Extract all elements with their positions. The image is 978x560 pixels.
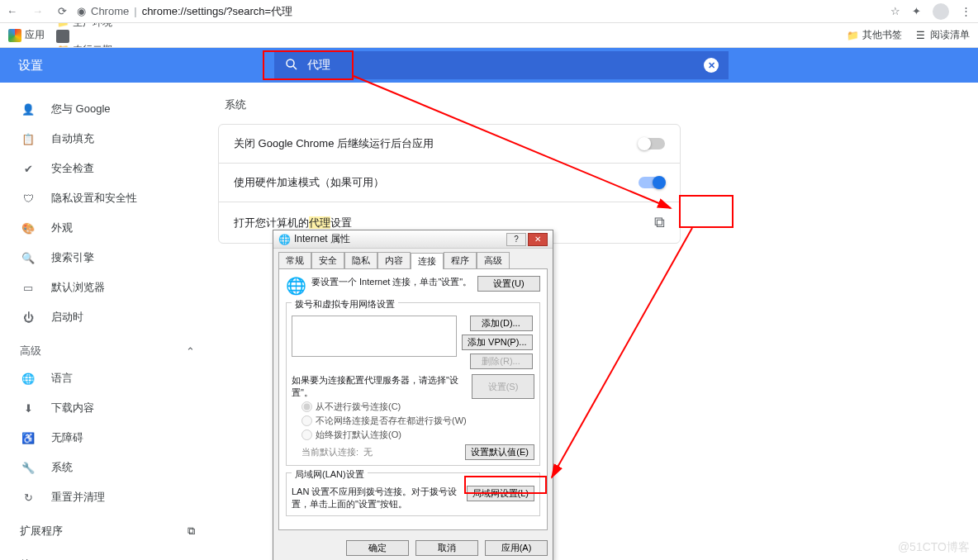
lan-settings-button[interactable]: 局域网设置(L)	[467, 486, 534, 501]
sidebar-item-startup[interactable]: ⏻启动时	[0, 302, 215, 332]
browser-icon: ▭	[20, 282, 36, 294]
clear-search-icon[interactable]: ✕	[704, 58, 719, 73]
settings-title: 设置	[18, 58, 43, 74]
menu-icon[interactable]: ⋮	[961, 5, 971, 17]
cancel-button[interactable]: 取消	[415, 540, 478, 556]
radio-never-dial[interactable]: 从不进行拨号连接(C)	[301, 401, 534, 413]
dialog-tab-2[interactable]: 隐私	[344, 252, 377, 268]
setup-button[interactable]: 设置(U)	[477, 276, 540, 292]
url-text: chrome://settings/?search=代理	[142, 4, 292, 19]
toggle-background-apps[interactable]	[639, 138, 665, 149]
site-label: Chrome	[91, 5, 129, 17]
dialog-tab-6[interactable]: 高级	[477, 252, 510, 268]
lan-group: 局域网(LAN)设置 LAN 设置不应用到拨号连接。对于拨号设置，单击上面的"设…	[286, 472, 540, 516]
favicon-icon	[56, 30, 69, 43]
search-icon	[284, 57, 299, 74]
add-button[interactable]: 添加(D)...	[470, 316, 533, 331]
back-icon[interactable]: ←	[7, 5, 17, 17]
sidebar-item-search[interactable]: 🔍搜索引擎	[0, 243, 215, 273]
sidebar-item-autofill[interactable]: 📋自动填充	[0, 124, 215, 154]
bookmark-item[interactable]: 📁其他书签	[846, 28, 902, 42]
connections-listbox[interactable]	[292, 316, 457, 357]
add-vpn-button[interactable]: 添加 VPN(P)...	[462, 335, 533, 350]
help-button[interactable]: ?	[506, 233, 526, 246]
external-link-icon: ⧉	[188, 524, 195, 538]
autofill-icon: 📋	[20, 133, 36, 145]
folder-icon: 📁	[846, 29, 859, 42]
section-title: 系统	[225, 97, 978, 112]
settings-search-input[interactable]	[307, 59, 696, 72]
toggle-hardware-accel[interactable]	[639, 177, 665, 188]
sidebar-extensions[interactable]: 扩展程序 ⧉	[0, 512, 215, 550]
dialog-tab-4[interactable]: 连接	[411, 253, 444, 269]
sidebar-item-download[interactable]: ⬇下载内容	[0, 393, 215, 423]
apps-icon	[8, 29, 21, 42]
ok-button[interactable]: 确定	[346, 540, 409, 556]
close-button[interactable]: ✕	[528, 233, 548, 246]
bookmark-item[interactable]: 📁生产环境	[56, 23, 162, 30]
reading-list-icon: ☰	[914, 29, 927, 42]
settings-search[interactable]: ✕	[274, 51, 729, 79]
set-default-button[interactable]: 设置默认值(E)	[465, 444, 534, 460]
dialog-tab-0[interactable]: 常规	[278, 252, 311, 268]
apply-button[interactable]: 应用(A)	[485, 540, 548, 556]
sidebar-item-security[interactable]: ✔安全检查	[0, 154, 215, 183]
person-icon: 👤	[20, 103, 36, 116]
security-icon: ✔	[20, 163, 36, 175]
bookmarks-bar: 应用 百度一下网址大全我的地盘 - 禅道ps在线版 Photosh…📁测试环境📁…	[0, 23, 978, 48]
bookmark-star-icon[interactable]: ☆	[890, 5, 900, 17]
sidebar-item-privacy[interactable]: 🛡隐私设置和安全性	[0, 183, 215, 213]
lang-icon: 🌐	[20, 373, 36, 385]
sidebar-advanced-toggle[interactable]: 高级 ⌃	[0, 332, 215, 363]
dialog-titlebar[interactable]: 🌐 Internet 属性 ? ✕	[273, 230, 553, 249]
remove-button[interactable]: 删除(R)...	[470, 354, 533, 369]
extensions-icon[interactable]: ✦	[912, 5, 921, 17]
privacy-icon: 🛡	[20, 192, 36, 205]
sidebar-item-browser[interactable]: ▭默认浏览器	[0, 273, 215, 302]
appearance-icon: 🎨	[20, 222, 36, 235]
svg-line-1	[293, 66, 297, 69]
svg-point-0	[287, 59, 294, 67]
profile-icon[interactable]	[933, 3, 949, 20]
forward-icon[interactable]: →	[32, 5, 43, 17]
bookmark-item[interactable]	[56, 30, 162, 43]
sidebar-item-system[interactable]: 🔧系统	[0, 453, 215, 482]
folder-icon: 📁	[56, 23, 69, 29]
sidebar-item-person[interactable]: 👤您与 Google	[0, 94, 215, 124]
dialog-tab-1[interactable]: 安全	[311, 252, 344, 268]
system-icon: 🔧	[20, 462, 36, 474]
apps-shortcut[interactable]: 应用	[8, 28, 45, 42]
dialog-tab-3[interactable]: 内容	[377, 252, 411, 268]
search-icon: 🔍	[20, 252, 36, 264]
radio-default-dial[interactable]: 始终拨打默认连接(O)	[301, 429, 534, 441]
row-background-apps[interactable]: 关闭 Google Chrome 后继续运行后台应用	[219, 125, 680, 163]
row-hardware-accel[interactable]: 使用硬件加速模式（如果可用）	[219, 163, 680, 202]
bookmark-item[interactable]: ☰阅读清单	[914, 28, 970, 42]
radio-always-dial[interactable]: 不论网络连接是否存在都进行拨号(W)	[301, 415, 534, 427]
download-icon: ⬇	[20, 402, 36, 415]
dialog-tabs: 常规安全隐私内容连接程序高级	[273, 249, 553, 268]
sidebar-item-reset[interactable]: ↻重置并清理	[0, 482, 215, 512]
startup-icon: ⏻	[20, 311, 36, 324]
open-external-icon[interactable]: ⧉	[654, 214, 665, 231]
watermark: @51CTO博客	[898, 540, 970, 555]
a11y-icon: ♿	[20, 432, 36, 444]
globe-icon: 🌐	[278, 234, 291, 245]
settings-header: 设置 ✕	[0, 48, 978, 83]
conn-settings-button[interactable]: 设置(S)	[472, 374, 534, 399]
settings-sidebar: 👤您与 Google📋自动填充✔安全检查🛡隐私设置和安全性🎨外观🔍搜索引擎▭默认…	[0, 83, 215, 560]
reset-icon: ↻	[20, 491, 36, 504]
browser-nav-bar: ← → ⟳ ◉ Chrome | chrome://settings/?sear…	[0, 0, 978, 23]
reload-icon[interactable]: ⟳	[58, 5, 67, 17]
sidebar-about[interactable]: 关于 Chrome	[0, 550, 215, 560]
chevron-up-icon: ⌃	[186, 345, 195, 358]
sidebar-item-lang[interactable]: 🌐语言	[0, 363, 215, 393]
system-settings-card: 关闭 Google Chrome 后继续运行后台应用 使用硬件加速模式（如果可用…	[218, 124, 681, 244]
site-info-icon[interactable]: ◉	[77, 5, 86, 17]
sidebar-item-a11y[interactable]: ♿无障碍	[0, 423, 215, 453]
address-bar[interactable]: ◉ Chrome | chrome://settings/?search=代理	[77, 4, 292, 19]
sidebar-item-appearance[interactable]: 🎨外观	[0, 213, 215, 243]
connection-icon: 🌐	[286, 276, 306, 296]
internet-properties-dialog: 🌐 Internet 属性 ? ✕ 常规安全隐私内容连接程序高级 🌐 要设置一个…	[273, 230, 553, 560]
dialog-tab-5[interactable]: 程序	[444, 252, 477, 268]
